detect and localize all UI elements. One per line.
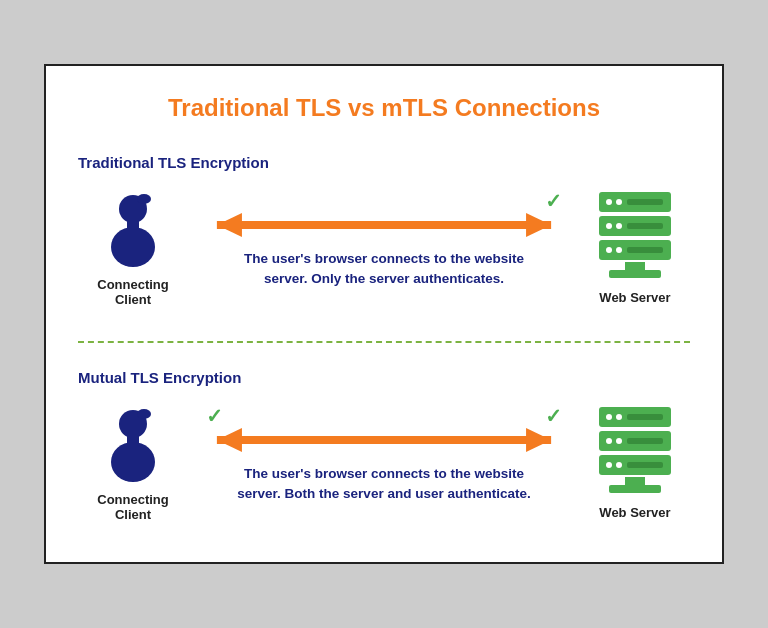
diagram-container: Traditional TLS vs mTLS Connections Trad…	[44, 64, 724, 564]
traditional-arrow-desc: The user's browser connects to the websi…	[244, 249, 524, 290]
mutual-tls-heading: Mutual TLS Encryption	[78, 369, 690, 386]
svg-point-9	[616, 199, 622, 205]
svg-point-17	[616, 247, 622, 253]
mutual-server-label: Web Server	[599, 505, 670, 520]
svg-rect-4	[217, 221, 551, 229]
traditional-server-label: Web Server	[599, 290, 670, 305]
svg-rect-25	[217, 436, 551, 444]
mutual-arrow-wrapper: ✓ ✓	[196, 422, 572, 458]
svg-point-23	[111, 442, 155, 482]
svg-rect-19	[625, 262, 645, 270]
mutual-client-label: Connecting Client	[78, 492, 188, 522]
svg-point-37	[606, 462, 612, 468]
svg-rect-40	[625, 477, 645, 485]
mutual-server-icon	[595, 407, 675, 497]
svg-rect-35	[627, 438, 663, 444]
traditional-server-col: Web Server	[580, 192, 690, 305]
traditional-check-right: ✓	[545, 189, 562, 213]
mutual-arrow-svg	[196, 422, 572, 458]
svg-point-33	[606, 438, 612, 444]
svg-point-2	[111, 227, 155, 267]
traditional-client-col: Connecting Client	[78, 189, 188, 307]
mutual-arrow-desc: The user's browser connects to the websi…	[237, 464, 530, 505]
svg-marker-26	[217, 428, 242, 452]
traditional-client-icon	[98, 189, 168, 269]
svg-marker-5	[217, 213, 242, 237]
traditional-tls-section: Traditional TLS Encryption Connecting Cl…	[78, 146, 690, 323]
traditional-tls-row: Connecting Client ✓ The user's	[78, 189, 690, 307]
svg-point-29	[606, 414, 612, 420]
svg-point-30	[616, 414, 622, 420]
svg-rect-3	[127, 221, 139, 231]
svg-rect-14	[627, 223, 663, 229]
svg-point-12	[606, 223, 612, 229]
mutual-tls-row: Connecting Client ✓ ✓ The user's browser…	[78, 404, 690, 522]
svg-point-8	[606, 199, 612, 205]
svg-rect-10	[627, 199, 663, 205]
mutual-server-col: Web Server	[580, 407, 690, 520]
traditional-arrow-area: ✓ The user's browser connects to the web…	[188, 207, 580, 290]
svg-point-38	[616, 462, 622, 468]
traditional-tls-heading: Traditional TLS Encryption	[78, 154, 690, 171]
svg-rect-39	[627, 462, 663, 468]
traditional-arrow-svg	[196, 207, 572, 243]
traditional-client-label: Connecting Client	[78, 277, 188, 307]
mutual-check-right: ✓	[545, 404, 562, 428]
svg-rect-41	[609, 485, 661, 493]
traditional-arrow-wrapper: ✓	[196, 207, 572, 243]
traditional-server-icon	[595, 192, 675, 282]
mutual-arrow-area: ✓ ✓ The user's browser connects to the w…	[188, 422, 580, 505]
svg-point-34	[616, 438, 622, 444]
svg-rect-20	[609, 270, 661, 278]
svg-point-13	[616, 223, 622, 229]
svg-rect-31	[627, 414, 663, 420]
svg-rect-24	[127, 436, 139, 446]
section-divider	[78, 341, 690, 343]
mutual-tls-section: Mutual TLS Encryption Connecting Client	[78, 361, 690, 538]
svg-marker-27	[526, 428, 551, 452]
svg-rect-18	[627, 247, 663, 253]
main-title: Traditional TLS vs mTLS Connections	[78, 94, 690, 122]
mutual-client-col: Connecting Client	[78, 404, 188, 522]
svg-point-16	[606, 247, 612, 253]
svg-marker-6	[526, 213, 551, 237]
mutual-client-icon	[98, 404, 168, 484]
mutual-check-left: ✓	[206, 404, 223, 428]
svg-point-1	[137, 194, 151, 204]
svg-point-22	[137, 409, 151, 419]
